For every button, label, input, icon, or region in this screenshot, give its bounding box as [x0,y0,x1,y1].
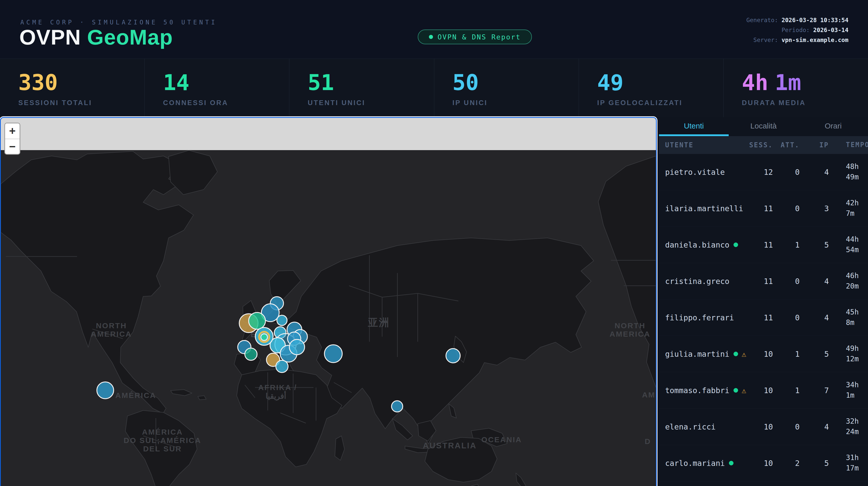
ip-cell: 5 [800,350,829,359]
stat-value-part: 4h [742,70,768,95]
tempo-cell: 48h49m [829,162,868,182]
column-header: ATT. [773,141,800,149]
username: pietro.vitale [665,168,725,177]
tempo-cell: 34h1m [829,380,868,401]
session-marker[interactable] [245,348,257,360]
stat-card: 51UTENTI UNICI [289,59,434,117]
table-row[interactable]: pietro.vitale120448h49m [659,154,868,190]
session-marker[interactable] [261,334,268,340]
map-label: AMÉRICA [142,428,183,436]
active-cell: 0 [773,313,800,322]
tab-località[interactable]: Località [729,117,798,135]
stat-value: 50 [453,72,579,93]
session-marker[interactable] [276,360,288,373]
report-meta: Generato: 2026-03-28 10:33:54Periodo: 20… [746,15,848,45]
users-table-body: pietro.vitale120448h49milaria.martinelli… [659,154,868,481]
status-dot-icon [429,35,433,39]
ip-cell: 5 [800,240,829,249]
tempo-cell: 46h20m [829,271,868,291]
sidebar-tabs: UtentiLocalitàOrari [659,117,868,135]
stat-label: IP UNICI [453,99,579,107]
table-row[interactable]: filippo.ferrari110445h8m [659,299,868,336]
active-cell: 1 [773,386,800,395]
meta-label: Periodo: [781,27,813,33]
sessions-cell: 10 [747,350,773,359]
warning-icon: ⚠ [742,386,746,395]
meta-value: 2026-03-14 [813,27,848,33]
stat-card: 14CONNESSI ORA [145,59,289,117]
stat-value: 330 [18,72,145,93]
table-row[interactable]: ilaria.martinelli110342h7m [659,190,868,227]
session-marker[interactable] [446,349,460,363]
stat-value: 49 [597,72,723,93]
online-dot-icon [734,388,738,393]
session-marker[interactable] [324,345,342,363]
report-badge[interactable]: OVPN & DNS Report [418,30,532,44]
table-row[interactable]: cristina.greco110446h20m [659,263,868,299]
table-row[interactable]: giulia.martini⚠101549h12m [659,336,868,372]
stat-value: 14 [163,72,289,93]
ip-cell: 5 [800,459,829,468]
stat-label: IP GEOLOCALIZZATI [597,99,723,107]
session-marker[interactable] [249,312,266,329]
table-row[interactable]: carlo.mariani102531h17m [659,445,868,481]
session-marker[interactable] [392,401,403,412]
username: ilaria.martinelli [665,204,743,213]
meta-label: Server: [753,37,781,43]
tab-utenti[interactable]: Utenti [659,117,729,135]
ip-cell: 3 [800,204,829,213]
zoom-out-button[interactable]: − [5,139,20,154]
username-cell: filippo.ferrari [659,313,747,322]
username-cell: cristina.greco [659,277,747,286]
table-row[interactable]: elena.ricci100432h24m [659,409,868,445]
users-table-header: UTENTESESS.ATT.IPTEMPO [659,136,868,154]
sessions-cell: 10 [747,459,773,468]
tab-orari[interactable]: Orari [798,117,868,135]
app-header: ACME CORP · SIMULAZIONE 50 UTENTI OVPN G… [0,0,868,59]
stat-value-part: 49 [597,70,624,95]
tempo-cell: 42h7m [829,198,868,219]
meta-label: Generato: [746,17,781,23]
stat-label: DURATA MEDIA [742,99,868,107]
map-label: AMERICA [610,330,651,338]
map-label: أفريقيا [266,391,286,401]
username: filippo.ferrari [665,313,734,322]
table-row[interactable]: tommaso.fabbri⚠101734h1m [659,372,868,409]
session-marker[interactable] [289,339,305,355]
map-label: NORTH [96,321,127,330]
ip-cell: 4 [800,277,829,286]
logo-primary: OVPN [19,25,87,49]
meta-value: vpn-sim.example.com [781,37,848,43]
map-label: OCEANIA [481,435,522,444]
session-marker[interactable] [277,315,287,325]
username: carlo.mariani [665,459,725,468]
stat-value-part: 14 [163,70,189,95]
map-label: AMÉ [642,391,656,399]
stat-card: 330SESSIONI TOTALI [0,59,145,117]
stat-label: CONNESSI ORA [163,99,289,107]
ip-cell: 4 [800,168,829,177]
username-cell: carlo.mariani [659,459,747,468]
active-cell: 1 [773,240,800,249]
meta-row: Generato: 2026-03-28 10:33:54 [746,15,848,25]
sessions-cell: 11 [747,204,773,213]
tempo-cell: 32h24m [829,416,868,437]
geo-map[interactable]: EUROPANORTHAMERICANORTHAMERICAAMÉRICAAMÉ… [0,117,657,486]
table-row[interactable]: daniela.bianco111544h54m [659,227,868,263]
active-cell: 2 [773,459,800,468]
ip-cell: 7 [800,386,829,395]
sessions-cell: 10 [747,422,773,431]
online-dot-icon [734,352,738,356]
username-cell: tommaso.fabbri⚠ [659,386,747,395]
session-marker[interactable] [97,382,114,399]
active-cell: 0 [773,168,800,177]
zoom-in-button[interactable]: + [5,123,20,139]
map-label: AMÉRICA [116,391,156,399]
tempo-cell: 31h17m [829,453,868,473]
stat-label: SESSIONI TOTALI [18,99,145,107]
username: elena.ricci [665,422,716,431]
report-badge-label: OVPN & DNS Report [438,33,521,41]
sessions-cell: 11 [747,277,773,286]
sessions-cell: 12 [747,168,773,177]
username-cell: elena.ricci [659,422,747,431]
